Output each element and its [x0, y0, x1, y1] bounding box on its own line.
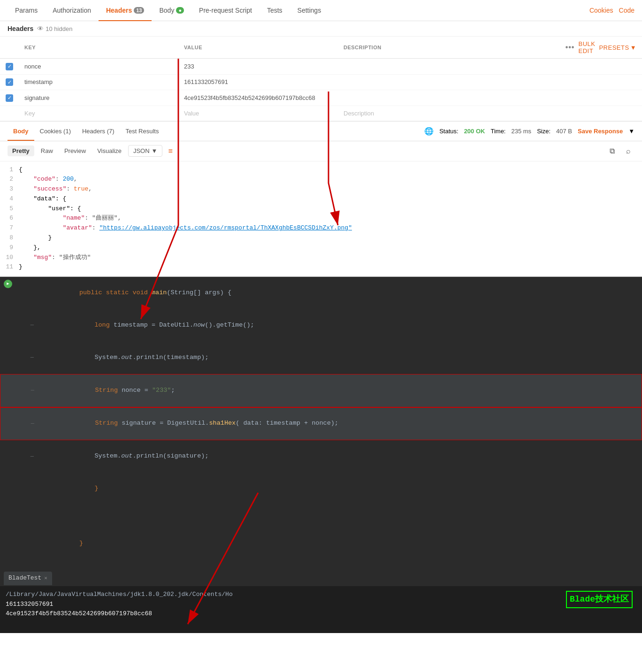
description-placeholder[interactable]: Description [344, 110, 374, 117]
presets-chevron-icon: ▼ [630, 44, 636, 51]
format-type-select[interactable]: JSON ▼ [128, 145, 163, 157]
code-line: 8 } [0, 233, 642, 243]
presets-button[interactable]: Presets ▼ [599, 44, 636, 51]
row-value[interactable]: 233 [184, 63, 194, 70]
resp-tab-cookies[interactable]: Cookies (1) [34, 121, 76, 141]
code-line: 3 "success": true, [0, 184, 642, 194]
code-line: 2 "code": 200, [0, 175, 642, 184]
terminal-body: /Library/Java/JavaVirtualMachines/jdk1.8… [0, 586, 642, 633]
request-tabs: Params Authorization Headers 13 Body ● P… [0, 0, 642, 21]
response-section: Body Cookies (1) Headers (7) Test Result… [0, 122, 642, 277]
ide-line [0, 560, 642, 571]
code-line: 11} [0, 262, 642, 272]
tab-tests[interactable]: Tests [260, 0, 290, 21]
row-key[interactable]: signature [24, 94, 49, 101]
json-code-container: 1{2 "code": 200,3 "success": true,4 "dat… [0, 161, 642, 277]
col-value-header: VALUE [178, 37, 338, 59]
more-options-icon[interactable]: ••• [566, 43, 575, 52]
status-label: Status: [439, 128, 458, 135]
fmt-tab-pretty[interactable]: Pretty [8, 145, 34, 156]
ide-line: — long timestamp = DateUtil.now().getTim… [0, 309, 642, 342]
bulk-edit-button[interactable]: Bulk Edit [578, 40, 595, 54]
code-line: 4 "data": { [0, 194, 642, 204]
wrap-lines-icon[interactable]: ≡ [164, 145, 176, 157]
tab-pre-request[interactable]: Pre-request Script [191, 0, 260, 21]
terminal-output-1: 1611332057691 [6, 600, 636, 610]
terminal-tab-close-icon[interactable]: ✕ [44, 574, 47, 583]
format-select-chevron-icon: ▼ [152, 147, 158, 154]
table-row: ✓ signature 4ce91523f4b5fb83524b5242699b… [0, 90, 642, 106]
key-placeholder[interactable]: Key [24, 110, 35, 117]
ide-line [0, 516, 642, 527]
row-key[interactable]: nonce [24, 63, 41, 70]
terminal-path: /Library/Java/JavaVirtualMachines/jdk1.8… [6, 590, 636, 600]
brand-watermark: Blade技术社区 [566, 591, 633, 608]
code-line: 6 "name": "曲丽丽", [0, 214, 642, 223]
col-key-header: KEY [19, 37, 178, 59]
size-label: Size: [537, 128, 550, 135]
fmt-tab-visualize[interactable]: Visualize [92, 145, 126, 156]
headers-count-badge: 13 [134, 7, 144, 14]
status-value: 200 OK [464, 128, 485, 135]
terminal-output-2: 4ce91523f4b5fb83524b5242699b607197b8cc68 [6, 609, 636, 619]
row-checkbox[interactable]: ✓ [6, 94, 13, 102]
code-line: 7 "avatar": "https://gw.alipayobjects.co… [0, 223, 642, 233]
terminal-tabs: BladeTest ✕ [0, 571, 642, 586]
ide-line: } [0, 473, 642, 505]
top-right-actions: Cookies Code [589, 7, 634, 14]
format-right-icons: ⧉ ⌕ [606, 145, 634, 157]
headers-section: Headers 👁 10 hidden KEY VALUE DESCRIPTIO… [0, 21, 642, 122]
ide-line: public static void main(String[] args) { [0, 277, 642, 309]
ide-line: — System.out.println(signature); [0, 440, 642, 473]
save-response-chevron-icon[interactable]: ▼ [628, 128, 634, 135]
row-value[interactable]: 4ce91523f4b5fb83524b5242699b607197b8cc68 [184, 94, 315, 101]
table-row-placeholder: Key Value Description [0, 106, 642, 121]
response-meta: 🌐 Status: 200 OK Time: 235 ms Size: 407 … [424, 127, 634, 136]
format-tabs-bar: Pretty Raw Preview Visualize JSON ▼ ≡ ⧉ … [0, 141, 642, 161]
tab-settings[interactable]: Settings [290, 0, 329, 21]
row-checkbox[interactable]: ✓ [6, 78, 13, 86]
code-line: 1{ [0, 165, 642, 175]
terminal-tab-blade[interactable]: BladeTest ✕ [4, 572, 52, 585]
row-key[interactable]: timestamp [24, 78, 53, 85]
col-actions-header: ••• Bulk Edit Presets ▼ [560, 37, 642, 59]
fmt-tab-raw[interactable]: Raw [36, 145, 58, 156]
code-line: 10 "msg": "操作成功" [0, 253, 642, 263]
tab-headers[interactable]: Headers 13 [99, 0, 152, 21]
cookies-link[interactable]: Cookies [589, 7, 613, 14]
tab-body[interactable]: Body ● [152, 0, 191, 21]
copy-response-icon[interactable]: ⧉ [606, 145, 619, 157]
ide-line [0, 505, 642, 516]
search-response-icon[interactable]: ⌕ [622, 145, 634, 157]
save-response-button[interactable]: Save Response [578, 128, 623, 135]
tab-params[interactable]: Params [8, 0, 45, 21]
headers-toolbar: Headers 👁 10 hidden [0, 21, 642, 37]
hidden-badge: 👁 10 hidden [37, 25, 72, 32]
ide-line: } [0, 527, 642, 560]
json-response-code: 1{2 "code": 200,3 "success": true,4 "dat… [0, 161, 642, 276]
ide-line-signature: — String signature = DigestUtil.sha1Hex(… [0, 407, 642, 441]
headers-label: Headers [8, 25, 33, 32]
body-dot-badge: ● [176, 7, 184, 14]
code-link[interactable]: Code [619, 7, 634, 14]
eye-icon: 👁 [37, 25, 44, 32]
resp-tab-body[interactable]: Body [8, 121, 34, 141]
table-row: ✓ timestamp 1611332057691 [0, 74, 642, 90]
response-tabs-bar: Body Cookies (1) Headers (7) Test Result… [0, 122, 642, 141]
row-value[interactable]: 1611332057691 [184, 78, 228, 85]
ide-line: — System.out.println(timestamp); [0, 342, 642, 374]
code-line: 9 }, [0, 243, 642, 253]
table-row: ✓ nonce 233 [0, 59, 642, 75]
tab-authorization[interactable]: Authorization [45, 0, 99, 21]
resp-tab-test-results[interactable]: Test Results [120, 121, 165, 141]
resp-tab-headers[interactable]: Headers (7) [76, 121, 120, 141]
code-line: 5 "user": { [0, 204, 642, 214]
row-checkbox[interactable]: ✓ [6, 63, 13, 70]
value-placeholder[interactable]: Value [184, 110, 199, 117]
time-value: 235 ms [511, 128, 531, 135]
fmt-tab-preview[interactable]: Preview [60, 145, 91, 156]
size-value: 407 B [556, 128, 572, 135]
ide-line-nonce: — String nonce = "233"; [0, 374, 642, 407]
col-desc-header: DESCRIPTION [338, 37, 560, 59]
time-label: Time: [490, 128, 505, 135]
